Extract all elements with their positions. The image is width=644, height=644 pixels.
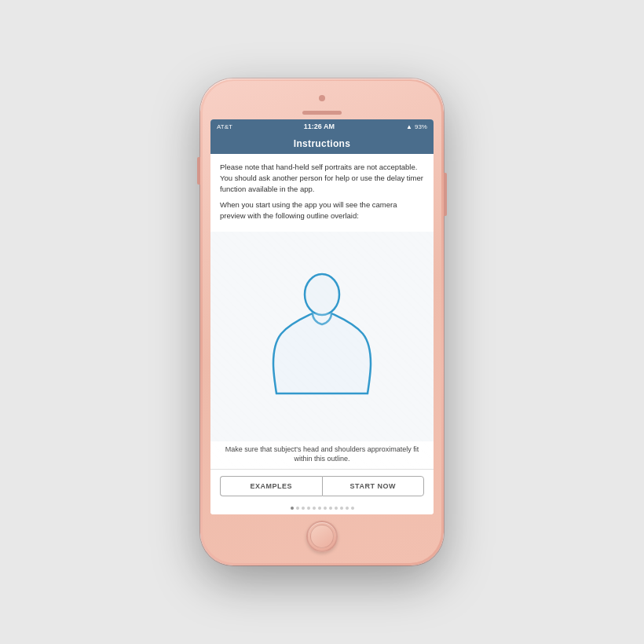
examples-button[interactable]: EXAMPLES bbox=[220, 476, 322, 496]
dot-3 bbox=[302, 507, 305, 510]
start-now-button[interactable]: START NOW bbox=[322, 476, 425, 496]
dot-10 bbox=[340, 507, 343, 510]
buttons-row: EXAMPLES START NOW bbox=[210, 469, 434, 503]
phone-device: AT&T 11:26 AM ▲ 93% Instructions bbox=[200, 79, 444, 565]
home-button[interactable] bbox=[306, 521, 338, 552]
status-bar: AT&T 11:26 AM ▲ 93% bbox=[210, 119, 434, 134]
paragraph-1: Please note that hand-held self portrait… bbox=[220, 162, 424, 194]
content-inner: Please note that hand-held self portrait… bbox=[210, 154, 434, 514]
page-dots bbox=[210, 503, 434, 514]
time-display: 11:26 AM bbox=[304, 123, 335, 130]
speaker-grill bbox=[302, 111, 342, 115]
person-silhouette bbox=[267, 269, 377, 403]
status-right: ▲ 93% bbox=[406, 123, 427, 130]
nav-title: Instructions bbox=[294, 138, 350, 149]
dot-8 bbox=[329, 507, 332, 510]
phone-inner: AT&T 11:26 AM ▲ 93% Instructions bbox=[203, 81, 441, 563]
silhouette-container bbox=[267, 269, 377, 403]
dot-9 bbox=[335, 507, 338, 510]
location-icon: ▲ bbox=[406, 123, 412, 130]
home-button-inner bbox=[310, 525, 334, 548]
caption-content: Make sure that subject's head and should… bbox=[225, 445, 419, 463]
dot-4 bbox=[307, 507, 310, 510]
dot-11 bbox=[346, 507, 349, 510]
paragraph-2: When you start using the app you will se… bbox=[220, 199, 424, 221]
dot-7 bbox=[324, 507, 327, 510]
outline-area bbox=[210, 232, 434, 441]
dot-5 bbox=[313, 507, 316, 510]
dot-2 bbox=[296, 507, 299, 510]
svg-point-0 bbox=[305, 274, 339, 315]
dot-6 bbox=[318, 507, 321, 510]
carrier-text: AT&T bbox=[217, 123, 232, 130]
content-area: Please note that hand-held self portrait… bbox=[210, 154, 434, 514]
dot-1 bbox=[291, 507, 294, 510]
phone-top bbox=[210, 89, 434, 119]
screen: AT&T 11:26 AM ▲ 93% Instructions bbox=[210, 119, 434, 514]
nav-bar: Instructions bbox=[210, 134, 434, 154]
caption-text: Make sure that subject's head and should… bbox=[210, 441, 434, 469]
instructions-text-block: Please note that hand-held self portrait… bbox=[210, 154, 434, 232]
front-camera bbox=[319, 95, 325, 101]
dot-12 bbox=[351, 507, 354, 510]
battery-text: 93% bbox=[415, 123, 427, 130]
